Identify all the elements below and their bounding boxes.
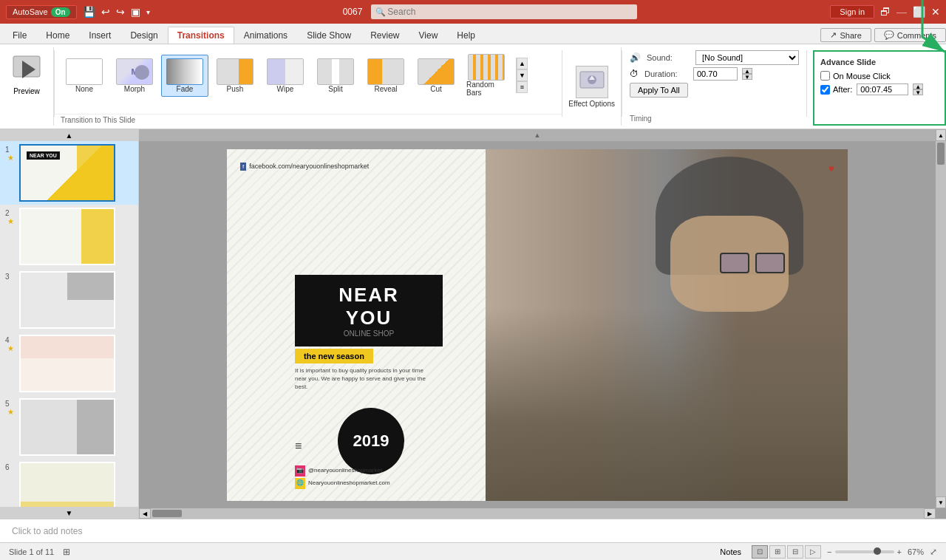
instagram-handle: @nearyouonlineshopmarket [308, 466, 382, 476]
save-icon[interactable]: 💾 [83, 6, 95, 18]
reading-view-btn[interactable]: ▷ [805, 545, 821, 559]
transition-fade[interactable]: Fade [161, 55, 208, 97]
slide-star-4: ★ [7, 344, 14, 352]
zoom-level: 67% [908, 547, 924, 556]
ribbon-tabs: File Home Insert Design Transitions Anim… [0, 24, 946, 44]
scroll-down-arrow[interactable]: ▼ [517, 69, 528, 81]
scroll-h-right[interactable]: ▶ [924, 508, 936, 519]
tab-transitions[interactable]: Transitions [168, 27, 234, 44]
slide-sorter-btn[interactable]: ⊟ [787, 545, 803, 559]
comments-button[interactable]: 💬 Comments [874, 28, 946, 42]
slide-lines: ≡ [295, 440, 302, 453]
canvas-slide[interactable]: f facebook.com/nearyouonlineshopmarket ♥… [227, 149, 848, 501]
tab-review[interactable]: Review [361, 27, 409, 44]
effect-options-btn[interactable]: Effect Options [568, 50, 615, 123]
tab-slideshow[interactable]: Slide Show [297, 27, 361, 44]
close-icon[interactable]: ✕ [931, 6, 940, 18]
wipe-icon [267, 58, 304, 85]
share-button[interactable]: ↗ Share [820, 28, 871, 42]
search-input[interactable] [371, 4, 637, 19]
title-bar: AutoSave On 💾 ↩ ↪ ▣ ▾ 0067 🔍 Sign in 🗗 —… [0, 0, 946, 24]
tab-view[interactable]: View [409, 27, 448, 44]
redo-icon[interactable]: ↪ [116, 6, 125, 18]
scroll-h-left[interactable]: ◀ [139, 508, 151, 519]
fit-to-window-icon[interactable]: ⤢ [930, 547, 937, 557]
transition-random-bars[interactable]: Random Bars [463, 50, 510, 100]
duration-down[interactable]: ▼ [742, 74, 752, 80]
restore-icon[interactable]: 🗗 [880, 6, 891, 18]
slide-title-main: NEARYOU [307, 284, 431, 329]
scroll-h-thumb[interactable] [152, 510, 182, 517]
duration-label: Duration: [644, 69, 689, 78]
transition-section-label: Transition to This Slide [55, 114, 562, 126]
slide-facebook: f facebook.com/nearyouonlineshopmarket [240, 163, 369, 171]
yellow-accent-1 [77, 146, 114, 178]
presentation-icon[interactable]: ▣ [131, 6, 140, 18]
after-time-input[interactable] [857, 83, 908, 95]
zoom-plus[interactable]: + [897, 547, 902, 556]
after-checkbox[interactable] [820, 85, 830, 95]
scroll-h-track[interactable] [151, 508, 924, 519]
slide-item-1[interactable]: 1 ★ NEAR YOU [0, 141, 138, 205]
slide-layout-icon: ⊞ [63, 547, 70, 557]
transition-morph[interactable]: M Morph [111, 55, 158, 97]
slide-thumb-2-content [21, 209, 114, 264]
apply-all-row: Apply To All [630, 83, 799, 98]
scroll-v-thumb[interactable] [937, 143, 945, 165]
zoom-thumb[interactable] [874, 547, 881, 555]
transition-wipe[interactable]: Wipe [262, 55, 309, 97]
notes-button[interactable]: Notes [715, 546, 746, 558]
transition-push[interactable]: Push [211, 55, 259, 97]
apply-all-button[interactable]: Apply To All [630, 83, 688, 98]
sound-select[interactable]: [No Sound] [695, 50, 799, 65]
quick-access-dropdown[interactable]: ▾ [146, 8, 150, 16]
slide-item-2[interactable]: 2 ★ [0, 205, 138, 268]
zoom-minus[interactable]: − [827, 547, 831, 556]
tab-animations[interactable]: Animations [234, 27, 297, 44]
minimize-icon[interactable]: — [896, 10, 907, 15]
transition-reveal[interactable]: Reveal [362, 55, 409, 97]
tab-help[interactable]: Help [447, 27, 485, 44]
undo-icon[interactable]: ↩ [101, 6, 110, 18]
maximize-icon[interactable]: ⬜ [913, 6, 925, 18]
scroll-up-arrow[interactable]: ▲ [517, 58, 528, 69]
status-left: Slide 1 of 11 ⊞ [9, 547, 70, 557]
tab-home[interactable]: Home [36, 27, 79, 44]
autosave-button[interactable]: AutoSave On [6, 5, 77, 19]
notes-area[interactable]: Click to add notes [0, 519, 946, 542]
tab-insert[interactable]: Insert [79, 27, 120, 44]
timing-divider [806, 50, 807, 117]
slide-item-5[interactable]: 5 ★ [0, 395, 138, 459]
normal-view-btn[interactable]: ⊡ [752, 545, 768, 559]
slide-panel-scroll-down[interactable]: ▼ [0, 507, 138, 519]
on-mouse-click-checkbox[interactable] [820, 71, 830, 81]
autosave-toggle[interactable]: On [51, 7, 70, 17]
preview-label[interactable]: Preview [13, 87, 40, 95]
tab-file[interactable]: File [3, 27, 36, 44]
preview-section: Preview [0, 47, 54, 126]
outline-view-btn[interactable]: ⊞ [769, 545, 786, 559]
transition-none[interactable]: None [61, 55, 108, 97]
transition-cut[interactable]: Cut [412, 55, 460, 97]
slide-item-3[interactable]: 3 . [0, 268, 138, 332]
slide-number-3: 3 [5, 271, 16, 281]
transition-split[interactable]: Split [312, 55, 359, 97]
slide-thumb-3-content [21, 273, 114, 327]
slide-item-4[interactable]: 4 ★ [0, 332, 138, 395]
zoom-slider[interactable] [835, 550, 894, 553]
scroll-v-down[interactable]: ▼ [936, 496, 946, 508]
duration-input[interactable] [693, 67, 738, 81]
signin-button[interactable]: Sign in [830, 5, 874, 18]
scroll-more-arrow[interactable]: ≡ [517, 81, 528, 93]
on-mouse-click-label[interactable]: On Mouse Click [820, 71, 891, 81]
scroll-v-up[interactable]: ▲ [936, 129, 946, 141]
canvas-scroll-top[interactable]: ▲ [139, 129, 936, 141]
slide-panel-scroll-up[interactable]: ▲ [0, 129, 138, 141]
canvas-slide-wrapper: f facebook.com/nearyouonlineshopmarket ♥… [139, 141, 941, 508]
tab-design[interactable]: Design [120, 27, 167, 44]
sound-label: Sound: [647, 53, 691, 62]
scroll-v-track[interactable] [936, 141, 946, 496]
after-label[interactable]: After: [820, 85, 852, 95]
after-down[interactable]: ▼ [913, 89, 923, 95]
slide-thumb-4 [19, 335, 115, 392]
